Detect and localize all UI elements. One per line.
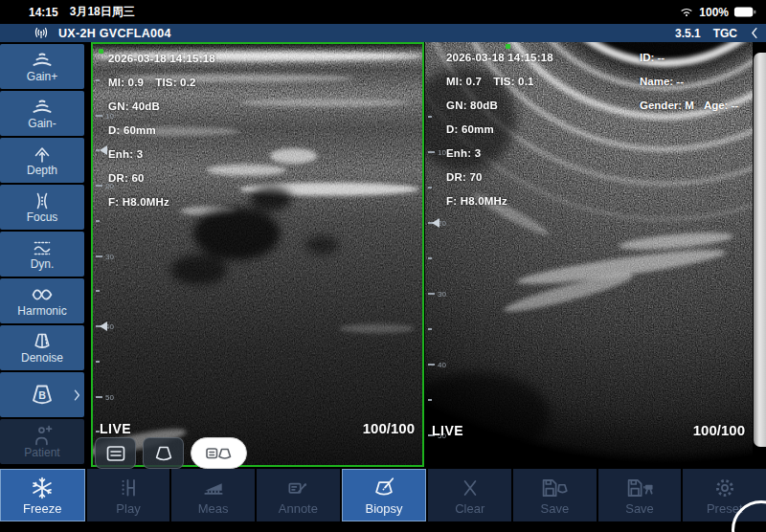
wifi-icon	[679, 6, 694, 18]
app-header: UX-2H GVCFLA004 3.5.1 TGC	[0, 24, 766, 42]
gain-value: GN: 80dB	[446, 94, 553, 118]
sidebar-item-label: Focus	[27, 211, 58, 224]
freeze-button[interactable]: Freeze	[0, 469, 85, 521]
depth-ruler: 1020304050	[428, 42, 459, 467]
linear-view-icon	[103, 443, 128, 464]
gain-minus-icon	[28, 97, 56, 118]
sidebar-item-label: Harmonic	[17, 305, 66, 318]
ruler-minor-tick	[428, 328, 432, 330]
toolbar-item-label: Play	[116, 501, 140, 516]
ruler-tick-label: 10	[438, 148, 446, 157]
gain-minus-button[interactable]: Gain-	[0, 91, 84, 136]
play-button[interactable]: Play	[87, 469, 170, 521]
image-parameters-right: 2026-03-18 14:15:18 MI: 0.7TIS: 0.1 GN: …	[446, 46, 553, 213]
probe-signal-icon	[33, 26, 50, 41]
ruler-major-tick	[428, 151, 435, 153]
depth-icon	[29, 144, 56, 165]
ruler-minor-tick	[96, 220, 100, 222]
clock-date: 3月18日周三	[70, 4, 135, 20]
device-title: UX-2H GVCFLA004	[58, 27, 171, 40]
ruler-major-tick	[96, 185, 102, 187]
biopsy-button[interactable]: Biopsy	[342, 469, 427, 521]
battery-icon	[733, 6, 756, 18]
b-mode-letter: B	[38, 388, 46, 400]
patient-button[interactable]: Patient	[0, 419, 84, 464]
ruler-tick-label: 10	[105, 112, 114, 121]
ruler-minor-tick	[96, 290, 100, 292]
toolbar-item-label: Meas	[198, 501, 229, 516]
sidebar-item-label: Gain-	[28, 118, 56, 130]
ruler-minor-tick	[428, 187, 432, 188]
toolbar-item-label: Save	[541, 501, 570, 516]
ruler-major-tick	[96, 396, 102, 398]
patient-info: ID: -- Name: -- Gender: MAge: --	[640, 46, 738, 118]
preset-icon	[711, 476, 738, 500]
ruler-tick-label: 20	[105, 182, 114, 190]
save-image-icon	[535, 476, 574, 500]
tgc-label[interactable]: TGC	[713, 27, 737, 40]
focus-marker-icon	[100, 321, 107, 331]
sidebar-item-label: Patient	[24, 447, 59, 459]
b-mode-button[interactable]: B	[0, 372, 84, 417]
ruler-minor-tick	[428, 257, 432, 259]
toolbar-item-label: Biopsy	[366, 501, 403, 516]
b-mode-icon: B	[26, 383, 58, 408]
single-linear-view-button[interactable]	[95, 437, 136, 469]
save-video-button[interactable]: Save	[598, 469, 682, 521]
patient-id: ID: --	[640, 46, 738, 70]
measure-button[interactable]: Meas	[171, 469, 255, 521]
frequency-value: F: H8.0MHz	[446, 189, 553, 213]
ultrasound-panel-left[interactable]: 2026-03-18 14:15:18 MI: 0.9TIS: 0.2 GN: …	[91, 42, 424, 467]
tgc-panel-handle[interactable]	[754, 53, 766, 447]
live-indicator: LIVE	[100, 421, 131, 436]
gain-plus-button[interactable]: Gain+	[0, 44, 84, 89]
enhance-value: Enh: 3	[446, 142, 553, 166]
depth-ruler: 1020304050	[96, 44, 126, 465]
measure-icon	[198, 476, 229, 500]
single-sector-view-button[interactable]	[143, 437, 184, 469]
tis-value: TIS: 0.1	[493, 76, 534, 87]
sector-view-icon	[151, 443, 176, 464]
chevron-right-icon	[73, 388, 80, 401]
gain-plus-icon	[28, 50, 56, 71]
focus-button[interactable]: Focus	[0, 185, 84, 230]
ultrasound-panel-right[interactable]: 2026-03-18 14:15:18 MI: 0.7TIS: 0.1 GN: …	[425, 42, 753, 467]
patient-name: Name: --	[640, 70, 738, 94]
patient-age: Age: --	[704, 100, 738, 111]
chevron-left-icon[interactable]	[750, 27, 758, 39]
bottom-toolbar: Freeze Play Meas Annote	[0, 469, 766, 521]
focus-marker-icon	[100, 145, 107, 155]
save-video-icon	[620, 476, 659, 500]
ruler-major-tick	[428, 364, 435, 366]
battery-percent: 100%	[699, 6, 729, 19]
tis-value: TIS: 0.2	[155, 77, 196, 88]
clear-button[interactable]: Clear	[428, 469, 511, 521]
save-image-button[interactable]: Save	[513, 469, 597, 521]
depth-button[interactable]: Depth	[0, 138, 84, 183]
sidebar-item-label: Dyn.	[31, 258, 55, 271]
sidebar-item-label: Depth	[27, 165, 57, 177]
view-layout-toggles	[95, 437, 247, 469]
focus-icon	[29, 190, 56, 211]
freeze-icon	[28, 476, 56, 500]
ruler-major-tick	[96, 115, 102, 117]
toolbar-item-label: Annote	[279, 501, 318, 516]
focus-marker-icon	[432, 218, 439, 228]
dynamic-range-button[interactable]: Dyn.	[0, 232, 84, 277]
depth-value: D: 60mm	[446, 118, 553, 142]
frame-counter: 100/100	[363, 420, 415, 436]
ultrasound-app-screen: 14:15 3月18日周三 100%	[0, 0, 766, 532]
ruler-major-tick	[96, 255, 102, 257]
live-indicator: LIVE	[432, 423, 463, 438]
toolbar-item-label: Freeze	[23, 501, 61, 516]
annotate-button[interactable]: Annote	[257, 469, 340, 521]
harmonic-button[interactable]: Harmonic	[0, 278, 84, 323]
clear-icon	[457, 476, 484, 500]
patient-icon	[29, 424, 56, 447]
toolbar-item-label: Save	[625, 501, 654, 516]
dual-view-button[interactable]	[191, 437, 247, 469]
dual-view-icon	[203, 445, 236, 462]
patient-gender: Gender: M	[640, 100, 694, 111]
denoise-button[interactable]: Denoise	[0, 325, 84, 370]
ruler-major-tick	[428, 293, 435, 295]
